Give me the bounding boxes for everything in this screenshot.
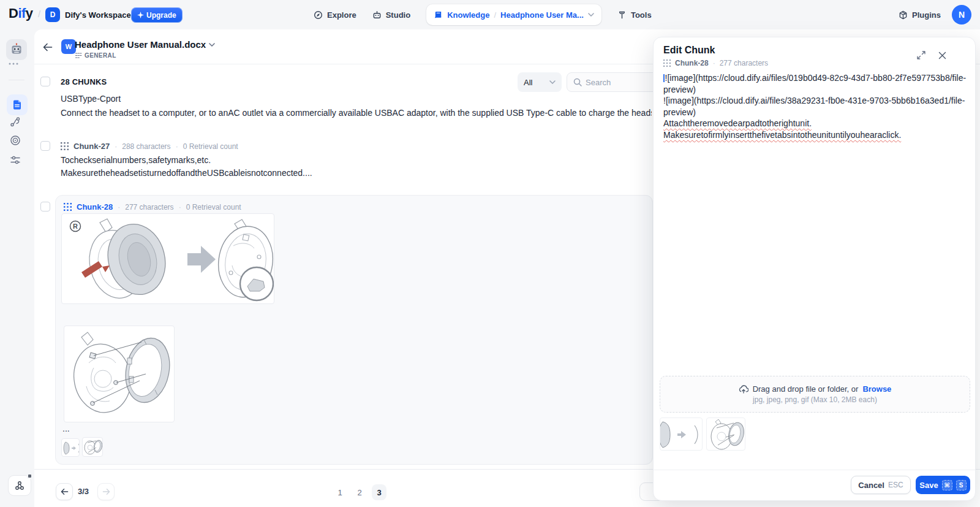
browse-link[interactable]: Browse [862, 384, 891, 394]
page-number-2[interactable]: 2 [352, 484, 367, 500]
workspace-name: Dify's Workspace [65, 10, 131, 20]
meta-separator: · [176, 142, 178, 151]
cancel-button[interactable]: Cancel ESC [851, 476, 911, 494]
nav-plugins-label: Plugins [912, 10, 941, 20]
nav-tools[interactable]: Tools [617, 10, 652, 20]
arrow-left-icon [61, 488, 69, 495]
chunk-partial-line[interactable]: USBType-Cport [61, 93, 652, 105]
sidebar-item-documents-active[interactable] [7, 94, 28, 115]
panel-chunk-meta: Chunk-28 · 277 characters [663, 59, 768, 67]
nav-studio[interactable]: Studio [372, 10, 410, 20]
nav-studio-label: Studio [386, 10, 410, 20]
nav-knowledge[interactable]: Knowledge [447, 10, 489, 20]
select-all-checkbox[interactable] [40, 77, 50, 86]
chunk27-header: Chunk-27 · 288 characters · 0 Retrieval … [61, 142, 238, 151]
chunk-content-editor[interactable]: ![image](https://cloud.dify.ai/files/019… [663, 72, 970, 367]
robot-avatar-icon [10, 43, 23, 56]
attached-image-thumbnail[interactable] [706, 417, 745, 451]
panel-footer-divider [654, 470, 975, 470]
editor-line-misspelled: Attachtheremovedearpadtotherightunit. [663, 118, 970, 129]
expand-panel-button[interactable] [916, 50, 927, 61]
document-title-text: Headphone User Manual.docx [75, 39, 206, 50]
chunk28-image-remove-earpad: R [61, 213, 274, 304]
file-dropzone[interactable]: Drag and drop file or folder, or Browse … [660, 376, 970, 413]
docx-file-icon: W [61, 39, 76, 54]
dropzone-prompt: Drag and drop file or folder, or [753, 384, 859, 394]
close-panel-button[interactable] [937, 50, 948, 61]
panel-chunk-chars: 277 characters [720, 59, 768, 67]
chunk27-line[interactable]: Tocheckserialnumbers,safetymarks,etc. [61, 154, 211, 167]
chevron-down-icon[interactable] [588, 13, 594, 17]
sidebar-item-workflow[interactable] [10, 116, 21, 128]
dropzone-hint: jpg, jpeg, png, gif (Max 10, 2MB each) [753, 395, 877, 404]
dify-logo[interactable]: Dify [9, 6, 33, 21]
chunk27-checkbox[interactable] [40, 141, 50, 151]
chunk27-chars: 288 characters [122, 142, 170, 151]
next-page-button-disabled[interactable] [97, 483, 115, 500]
meta-separator: · [179, 203, 181, 212]
earpad-attach-illustration [64, 326, 175, 422]
breadcrumb-separator: / [494, 10, 496, 20]
workspace-selector[interactable]: D Dify's Workspace [45, 7, 141, 22]
chunk-grid-icon [61, 142, 69, 150]
nav-explore-label: Explore [327, 10, 356, 20]
attached-image-thumbnail[interactable] [660, 417, 703, 451]
chunk28-thumbnail [82, 437, 103, 457]
sparkle-icon [137, 12, 144, 18]
chunk28-card-selected[interactable]: Chunk-28 · 277 characters · 0 Retrieval … [55, 195, 653, 465]
page-number-group: 1 2 3 [333, 484, 386, 500]
chunk28-thumbnail [61, 438, 80, 457]
nav-plugins[interactable]: Plugins [899, 10, 941, 20]
edit-chunk-panel: Edit Chunk Chunk-28 · 277 characters ![i… [653, 37, 976, 501]
nav-center: Explore Studio Knowledge / Headphone Use… [314, 0, 652, 29]
meta-separator: · [713, 59, 715, 67]
nav-knowledge-doc[interactable]: Headphone User Ma... [500, 10, 584, 20]
chunk28-header: Chunk-28 · 277 characters · 0 Retrieval … [64, 202, 241, 212]
cancel-shortcut: ESC [888, 481, 903, 489]
document-title[interactable]: Headphone User Manual.docx [75, 39, 215, 50]
user-avatar[interactable]: N [952, 5, 971, 25]
chunk-partial-line[interactable]: Connect the headset to a computer, or to… [61, 107, 652, 120]
chunk28-checkbox[interactable] [40, 202, 50, 212]
nav-knowledge-pill: Knowledge / Headphone User Ma... [426, 4, 601, 25]
filter-dropdown[interactable]: All [518, 72, 562, 92]
search-input[interactable] [586, 78, 659, 87]
cancel-label: Cancel [858, 481, 884, 490]
meta-separator: · [115, 142, 117, 151]
target-icon [10, 135, 21, 146]
filter-value: All [524, 78, 532, 87]
sliders-icon [10, 154, 21, 166]
logo-separator: / [38, 9, 40, 19]
sidebar-more-button[interactable] [9, 63, 18, 65]
upgrade-label: Upgrade [146, 11, 176, 20]
robot-icon [372, 10, 382, 20]
sidebar-api-extension-button[interactable] [8, 475, 31, 496]
package-icon [899, 10, 908, 20]
save-button[interactable]: Save ⌘ S [916, 476, 970, 494]
page-number-3-active[interactable]: 3 [372, 484, 386, 500]
cloud-upload-icon [739, 385, 748, 394]
app-root: Dify / D Dify's Workspace Upgrade Explor… [0, 0, 980, 507]
prev-page-button[interactable] [56, 483, 73, 500]
chunk28-chars: 277 characters [125, 203, 173, 212]
chunk-grid-icon [663, 59, 671, 67]
search-icon [573, 78, 582, 86]
sidebar-divider [9, 80, 24, 80]
save-label: Save [919, 481, 938, 490]
app-bot-avatar[interactable] [6, 39, 27, 60]
sidebar-item-settings[interactable] [10, 154, 21, 166]
upgrade-button[interactable]: Upgrade [131, 7, 183, 23]
sidebar-item-hit-testing[interactable] [10, 135, 21, 146]
page-number-1[interactable]: 1 [333, 484, 347, 500]
chunk27-id: Chunk-27 [74, 142, 110, 151]
editor-line-misspelled: Makesuretofirmlyinsertthefivetabsintothe… [663, 129, 970, 141]
document-icon [12, 99, 23, 110]
chunk27-line[interactable]: MakesuretheheadsetisturnedoffandtheUSBca… [61, 167, 312, 180]
general-mode-icon [75, 53, 82, 58]
flow-icon [10, 116, 21, 128]
nav-explore[interactable]: Explore [314, 10, 356, 20]
page-indicator: 3/3 [78, 487, 89, 496]
chevron-down-icon [209, 43, 215, 47]
back-button[interactable] [39, 39, 56, 56]
chevron-down-icon [549, 80, 556, 84]
